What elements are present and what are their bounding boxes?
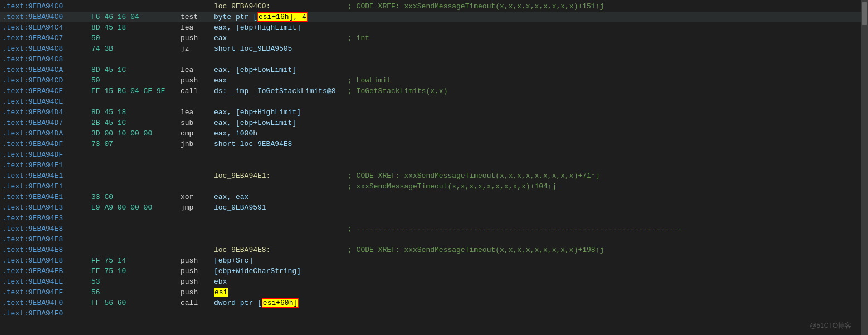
bytes: F6 46 16 04: [91, 12, 181, 22]
table-row: .text:9EBA94C4 8D 45 18 lea eax, [ebp+Hi…: [0, 22, 861, 33]
table-row: .text:9EBA94EE 53 push ebx: [0, 276, 861, 287]
operand: loc_9EBA94E1:: [214, 171, 348, 181]
table-row: .text:9EBA94C0 F6 46 16 04 test byte ptr…: [0, 12, 861, 22]
table-row: .text:9EBA94CE FF 15 BC 04 CE 9E call ds…: [0, 86, 861, 96]
bytes: 3D 00 10 00 00: [91, 128, 181, 139]
scrollbar-thumb[interactable]: [862, 2, 867, 25]
highlighted-operand2: esi+60h]: [262, 298, 299, 308]
address: .text:9EBA94CE: [2, 96, 91, 107]
mnemonic: sub: [181, 118, 214, 128]
table-row: .text:9EBA94DF 73 07 jnb short loc_9EBA9…: [0, 139, 861, 149]
operand: short loc_9EBA94E8: [214, 139, 348, 149]
operand: loc_9EBA94E8:: [214, 245, 348, 255]
comment: ; CODE XREF: xxxSendMessageTimeout(x,x,x…: [348, 171, 599, 181]
operand: eax, [ebp+LowLimit]: [214, 118, 348, 128]
table-row: .text:9EBA94E8 FF 75 14 push [ebp+Src]: [0, 255, 861, 266]
address: .text:9EBA94E8: [2, 224, 91, 234]
address: .text:9EBA94D4: [2, 107, 91, 118]
comment: ; --------------------------------------…: [348, 224, 682, 234]
operand: dword ptr [esi+60h]: [214, 298, 348, 308]
operand: eax, [ebp+LowLimit]: [214, 65, 348, 75]
mnemonic: push: [181, 287, 214, 298]
table-row: .text:9EBA94E3: [0, 213, 861, 224]
mnemonic: test: [181, 12, 214, 22]
mnemonic: xor: [181, 192, 214, 202]
table-row: .text:9EBA94C8: [0, 54, 861, 65]
main-container: .text:9EBA94C0 loc_9EBA94C0: ; CODE XREF…: [0, 0, 868, 335]
bytes: 74 3B: [91, 43, 181, 54]
table-row: .text:9EBA94CE: [0, 96, 861, 107]
table-row: .text:9EBA94EF 56 push esi: [0, 287, 861, 298]
highlighted-esi: esi: [214, 288, 228, 297]
address: .text:9EBA94EB: [2, 266, 91, 276]
bytes: 33 C0: [91, 192, 181, 202]
highlighted-operand: esi+16h], 4: [257, 12, 308, 22]
comment: ; CODE XREF: xxxSendMessageTimeout(x,x,x…: [348, 245, 604, 255]
table-row: .text:9EBA94DA 3D 00 10 00 00 cmp eax, 1…: [0, 128, 861, 139]
table-row: .text:9EBA94E8: [0, 234, 861, 245]
table-row: .text:9EBA94D7 2B 45 1C sub eax, [ebp+Lo…: [0, 118, 861, 128]
mnemonic: lea: [181, 107, 214, 118]
address: .text:9EBA94E1: [2, 181, 91, 192]
address: .text:9EBA94C8: [2, 54, 91, 65]
comment: ; xxxSendMessageTimeout(x,x,x,x,x,x,x,x,…: [348, 181, 556, 192]
comment: ; CODE XREF: xxxSendMessageTimeout(x,x,x…: [348, 1, 604, 12]
bytes: FF 15 BC 04 CE 9E: [91, 86, 181, 96]
address: .text:9EBA94E8: [2, 245, 91, 255]
mnemonic: push: [181, 33, 214, 43]
bytes: FF 75 14: [91, 255, 181, 266]
operand: eax, eax: [214, 192, 348, 202]
operand: eax: [214, 33, 348, 43]
operand: loc_9EBA9591: [214, 202, 348, 213]
mnemonic: push: [181, 255, 214, 266]
address: .text:9EBA94C8: [2, 43, 91, 54]
bytes: E9 A9 00 00 00: [91, 202, 181, 213]
scrollbar[interactable]: [861, 0, 868, 335]
comment: ; IoGetStackLimits(x,x): [348, 86, 447, 96]
address: .text:9EBA94DA: [2, 128, 91, 139]
operand: ebx: [214, 276, 348, 287]
operand: eax: [214, 75, 348, 86]
operand: eax, [ebp+HighLimit]: [214, 107, 348, 118]
address: .text:9EBA94E3: [2, 213, 91, 224]
table-row: .text:9EBA94D4 8D 45 18 lea eax, [ebp+Hi…: [0, 107, 861, 118]
operand: eax, 1000h: [214, 128, 348, 139]
address: .text:9EBA94C0: [2, 12, 91, 22]
mnemonic: call: [181, 298, 214, 308]
bytes: FF 56 60: [91, 298, 181, 308]
bytes: 8D 45 1C: [91, 65, 181, 75]
address: .text:9EBA94DF: [2, 149, 91, 160]
table-row: .text:9EBA94E8 ; -----------------------…: [0, 224, 861, 234]
bytes: 56: [91, 287, 181, 298]
address: .text:9EBA94CE: [2, 86, 91, 96]
operand: byte ptr [esi+16h], 4: [214, 12, 348, 22]
mnemonic: jnb: [181, 139, 214, 149]
mnemonic: lea: [181, 65, 214, 75]
mnemonic: push: [181, 266, 214, 276]
table-row: .text:9EBA94C7 50 push eax ; int: [0, 33, 861, 43]
address: .text:9EBA94E8: [2, 255, 91, 266]
address: .text:9EBA94E8: [2, 234, 91, 245]
bytes: 50: [91, 75, 181, 86]
table-row: .text:9EBA94EB FF 75 10 push [ebp+WideCh…: [0, 266, 861, 276]
table-row: .text:9EBA94E8 loc_9EBA94E8: ; CODE XREF…: [0, 245, 861, 255]
table-row: .text:9EBA94C0 loc_9EBA94C0: ; CODE XREF…: [0, 1, 861, 12]
address: .text:9EBA94C0: [2, 1, 91, 12]
mnemonic: push: [181, 75, 214, 86]
table-row: .text:9EBA94F0 FF 56 60 call dword ptr […: [0, 298, 861, 308]
operand: eax, [ebp+HighLimit]: [214, 22, 348, 33]
address: .text:9EBA94E3: [2, 202, 91, 213]
mnemonic: jz: [181, 43, 214, 54]
bytes: 50: [91, 33, 181, 43]
mnemonic: cmp: [181, 128, 214, 139]
table-row: .text:9EBA94CA 8D 45 1C lea eax, [ebp+Lo…: [0, 65, 861, 75]
table-row: .text:9EBA94C8 74 3B jz short loc_9EBA95…: [0, 43, 861, 54]
table-row: .text:9EBA94E1 33 C0 xor eax, eax: [0, 192, 861, 202]
bytes: 53: [91, 276, 181, 287]
bytes: 73 07: [91, 139, 181, 149]
address: .text:9EBA94DF: [2, 139, 91, 149]
address: .text:9EBA94E1: [2, 171, 91, 181]
address: .text:9EBA94CD: [2, 75, 91, 86]
table-row: .text:9EBA94CD 50 push eax ; LowLimit: [0, 75, 861, 86]
disassembly-view[interactable]: .text:9EBA94C0 loc_9EBA94C0: ; CODE XREF…: [0, 0, 861, 335]
